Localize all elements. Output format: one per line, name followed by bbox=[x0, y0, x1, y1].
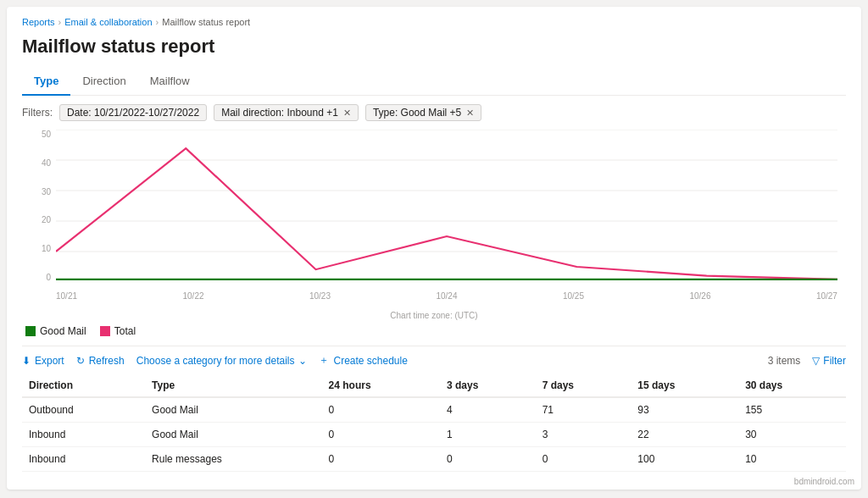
data-table: Direction Type 24 hours 3 days 7 days 15… bbox=[22, 374, 846, 472]
table-cell-2-1: Rule messages bbox=[145, 447, 321, 472]
category-button[interactable]: Choose a category for more details ⌄ bbox=[136, 355, 308, 367]
legend-label-goodmail: Good Mail bbox=[40, 325, 86, 337]
col-type: Type bbox=[145, 374, 321, 397]
chevron-down-icon: ⌄ bbox=[298, 355, 307, 367]
chart-timezone: Chart time zone: (UTC) bbox=[22, 311, 846, 320]
breadcrumb-reports[interactable]: Reports bbox=[22, 17, 55, 27]
table-cell-1-6: 30 bbox=[738, 423, 846, 447]
table-header-row: Direction Type 24 hours 3 days 7 days 15… bbox=[22, 374, 846, 397]
table-cell-1-2: 0 bbox=[322, 423, 440, 447]
breadcrumb-current: Mailflow status report bbox=[162, 17, 250, 27]
table-cell-1-1: Good Mail bbox=[145, 423, 321, 447]
tab-bar: Type Direction Mailflow bbox=[22, 69, 846, 96]
watermark: bdmindroid.com bbox=[794, 477, 854, 486]
chart-svg-area bbox=[56, 130, 837, 282]
table-row: InboundGood Mail0132230 bbox=[22, 423, 846, 447]
legend-goodmail: Good Mail bbox=[25, 325, 86, 337]
table-cell-2-0: Inbound bbox=[22, 447, 145, 472]
actions-row: ⬇ Export ↻ Refresh Choose a category for… bbox=[22, 346, 846, 368]
table-cell-0-2: 0 bbox=[322, 397, 440, 423]
filters-label: Filters: bbox=[22, 107, 53, 119]
table-cell-0-5: 93 bbox=[631, 397, 738, 423]
table-cell-0-6: 155 bbox=[738, 397, 846, 423]
table-cell-2-5: 100 bbox=[631, 447, 738, 472]
create-schedule-button[interactable]: ＋ Create schedule bbox=[319, 353, 407, 368]
tab-type[interactable]: Type bbox=[22, 69, 70, 96]
table-cell-1-3: 1 bbox=[440, 423, 536, 447]
table-cell-0-4: 71 bbox=[536, 397, 632, 423]
filter-icon: ▽ bbox=[812, 355, 820, 367]
filter-direction[interactable]: Mail direction: Inbound +1 ✕ bbox=[214, 104, 359, 121]
table-cell-2-4: 0 bbox=[536, 447, 632, 472]
filters-row: Filters: Date: 10/21/2022-10/27/2022 Mai… bbox=[22, 104, 846, 121]
plus-icon: ＋ bbox=[319, 353, 329, 368]
table-cell-1-0: Inbound bbox=[22, 423, 145, 447]
table-cell-2-2: 0 bbox=[322, 447, 440, 472]
col-30d: 30 days bbox=[738, 374, 846, 397]
refresh-icon: ↻ bbox=[76, 355, 85, 367]
chart-legend: Good Mail Total bbox=[22, 325, 846, 337]
col-3d: 3 days bbox=[440, 374, 536, 397]
col-direction: Direction bbox=[22, 374, 145, 397]
legend-label-total: Total bbox=[114, 325, 136, 337]
chart-svg bbox=[56, 130, 837, 282]
breadcrumb: Reports › Email & collaboration › Mailfl… bbox=[22, 17, 846, 27]
col-15d: 15 days bbox=[631, 374, 738, 397]
col-24h: 24 hours bbox=[322, 374, 440, 397]
x-axis: 10/21 10/22 10/23 10/24 10/25 10/26 10/2… bbox=[56, 291, 837, 301]
table-cell-2-6: 10 bbox=[738, 447, 846, 472]
chart-container: 50 40 30 20 10 0 bbox=[22, 130, 846, 307]
table-cell-1-4: 3 bbox=[536, 423, 632, 447]
tab-direction[interactable]: Direction bbox=[70, 69, 137, 96]
table-filter-button[interactable]: ▽ Filter bbox=[812, 355, 846, 367]
table-cell-0-0: Outbound bbox=[22, 397, 145, 423]
filter-type-close[interactable]: ✕ bbox=[466, 108, 474, 119]
col-7d: 7 days bbox=[536, 374, 632, 397]
items-count: 3 items bbox=[768, 355, 801, 367]
table-cell-0-3: 4 bbox=[440, 397, 536, 423]
filter-date[interactable]: Date: 10/21/2022-10/27/2022 bbox=[59, 104, 207, 121]
table-row: InboundRule messages00010010 bbox=[22, 447, 846, 472]
export-icon: ⬇ bbox=[22, 355, 31, 367]
table-cell-1-5: 22 bbox=[631, 423, 738, 447]
refresh-button[interactable]: ↻ Refresh bbox=[76, 355, 125, 367]
table-row: OutboundGood Mail047193155 bbox=[22, 397, 846, 423]
legend-total: Total bbox=[100, 325, 136, 337]
tab-mailflow[interactable]: Mailflow bbox=[138, 69, 202, 96]
filter-type[interactable]: Type: Good Mail +5 ✕ bbox=[365, 104, 481, 121]
export-button[interactable]: ⬇ Export bbox=[22, 355, 64, 367]
legend-dot-total bbox=[100, 326, 110, 336]
table-cell-2-3: 0 bbox=[440, 447, 536, 472]
page-title: Mailflow status report bbox=[22, 36, 846, 58]
table-cell-0-1: Good Mail bbox=[145, 397, 321, 423]
y-axis: 50 40 30 20 10 0 bbox=[22, 130, 54, 282]
legend-dot-goodmail bbox=[25, 326, 36, 336]
filter-direction-close[interactable]: ✕ bbox=[343, 108, 351, 119]
breadcrumb-email[interactable]: Email & collaboration bbox=[64, 17, 152, 27]
